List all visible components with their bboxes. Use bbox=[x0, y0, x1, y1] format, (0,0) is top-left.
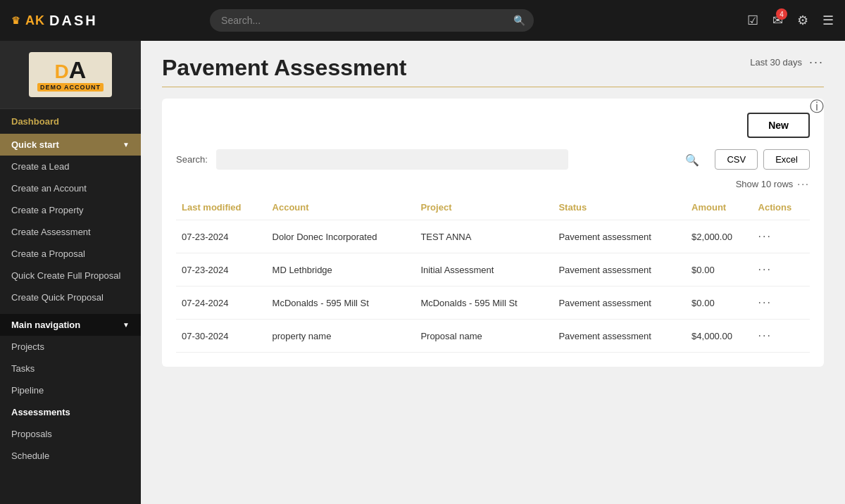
cell-account: MD Lethbridge bbox=[267, 253, 415, 286]
cell-status: Pavement assessment bbox=[553, 320, 686, 353]
sidebar-dashboard[interactable]: Dashboard bbox=[0, 109, 141, 134]
export-buttons: CSV Excel bbox=[715, 149, 810, 170]
account-logo-box: DA DEMO ACCOUNT bbox=[29, 52, 112, 97]
table-header: Last modifiedAccountProjectStatusAmountA… bbox=[176, 195, 810, 220]
topnav-actions: ☑ ✉ 4 ⚙ ☰ bbox=[747, 13, 834, 28]
account-label: DEMO ACCOUNT bbox=[37, 83, 104, 92]
crown-icon: ♛ bbox=[11, 15, 21, 26]
sidebar-nav-projects[interactable]: Projects bbox=[0, 336, 141, 358]
cell-account: McDonalds - 595 Mill St bbox=[267, 286, 415, 320]
page-header: Pavement Assessment Last 30 days ··· bbox=[162, 55, 824, 81]
chevron-down-icon-2: ▼ bbox=[123, 321, 130, 329]
cell-status: Pavement assessment bbox=[553, 286, 686, 320]
show-rows-label: Show 10 rows bbox=[736, 179, 794, 189]
col-project: Project bbox=[415, 195, 553, 220]
col-status: Status bbox=[553, 195, 686, 220]
last-days-label: Last 30 days bbox=[750, 57, 802, 68]
logo: ♛ AK DASH bbox=[11, 13, 98, 29]
table-search-input[interactable] bbox=[216, 149, 568, 170]
settings-icon[interactable]: ⚙ bbox=[797, 13, 808, 28]
cell-last-modified: 07-23-2024 bbox=[176, 253, 267, 286]
quick-start-items: Create a LeadCreate an AccountCreate a P… bbox=[0, 156, 141, 308]
col-amount: Amount bbox=[686, 195, 752, 220]
sidebar-item-quick-create-full-proposal[interactable]: Quick Create Full Proposal bbox=[0, 265, 141, 286]
table-search-wrap[interactable]: 🔍 bbox=[216, 149, 707, 170]
page-title: Pavement Assessment bbox=[162, 55, 406, 81]
col-account: Account bbox=[267, 195, 415, 220]
assessment-table: Last modifiedAccountProjectStatusAmountA… bbox=[176, 195, 810, 353]
sidebar-item-create-a-proposal[interactable]: Create a Proposal bbox=[0, 243, 141, 265]
sidebar-nav-tasks[interactable]: Tasks bbox=[0, 358, 141, 379]
show-rows: Show 10 rows ··· bbox=[176, 178, 810, 189]
cell-actions[interactable]: ··· bbox=[753, 286, 810, 320]
account-logo: DA DEMO ACCOUNT bbox=[0, 41, 141, 109]
cell-amount: $0.00 bbox=[686, 253, 752, 286]
table-body: 07-23-2024Dolor Donec IncorporatedTEST A… bbox=[176, 220, 810, 353]
topnav: ♛ AK DASH 🔍 ☑ ✉ 4 ⚙ ☰ bbox=[0, 0, 845, 41]
cell-status: Pavement assessment bbox=[553, 253, 686, 286]
table-toolbar: Search: 🔍 CSV Excel bbox=[176, 149, 810, 170]
excel-button[interactable]: Excel bbox=[763, 149, 810, 170]
info-icon[interactable]: ⓘ bbox=[810, 97, 824, 116]
table-row: 07-23-2024MD LethbridgeInitial Assessmen… bbox=[176, 253, 810, 286]
cell-account: Dolor Donec Incorporated bbox=[267, 220, 415, 253]
sidebar-nav-assessments[interactable]: Assessments bbox=[0, 401, 141, 423]
main-nav-label: Main navigation bbox=[11, 320, 80, 330]
cell-last-modified: 07-30-2024 bbox=[176, 320, 267, 353]
main-nav-section[interactable]: Main navigation ▼ bbox=[0, 314, 141, 336]
sidebar-item-create-a-lead[interactable]: Create a Lead bbox=[0, 156, 141, 177]
sidebar-item-create-quick-proposal[interactable]: Create Quick Proposal bbox=[0, 286, 141, 308]
sidebar-item-create-assessment[interactable]: Create Assessment bbox=[0, 221, 141, 243]
cell-project: McDonalds - 595 Mill St bbox=[415, 286, 553, 320]
table-row: 07-30-2024property nameProposal namePave… bbox=[176, 320, 810, 353]
menu-icon[interactable]: ☰ bbox=[822, 13, 834, 28]
cell-project: TEST ANNA bbox=[415, 220, 553, 253]
show-rows-more-button[interactable]: ··· bbox=[797, 178, 810, 189]
main-nav-items: ProjectsTasksPipelineAssessmentsProposal… bbox=[0, 336, 141, 467]
new-button[interactable]: New bbox=[747, 113, 810, 138]
sidebar-nav-schedule[interactable]: Schedule bbox=[0, 445, 141, 467]
checkmark-icon[interactable]: ☑ bbox=[747, 13, 758, 28]
cell-last-modified: 07-24-2024 bbox=[176, 286, 267, 320]
table-row: 07-23-2024Dolor Donec IncorporatedTEST A… bbox=[176, 220, 810, 253]
quick-start-section[interactable]: Quick start ▼ bbox=[0, 134, 141, 156]
sidebar-item-create-an-account[interactable]: Create an Account bbox=[0, 177, 141, 199]
logo-dash: DASH bbox=[49, 13, 98, 29]
table-search-icon: 🔍 bbox=[685, 153, 699, 166]
sidebar: DA DEMO ACCOUNT Dashboard Quick start ▼ … bbox=[0, 41, 141, 504]
logo-letters: DA bbox=[37, 58, 104, 82]
cell-actions[interactable]: ··· bbox=[753, 253, 810, 286]
chevron-down-icon: ▼ bbox=[123, 141, 130, 149]
quick-start-label: Quick start bbox=[11, 139, 59, 150]
content-area: ⓘ Pavement Assessment Last 30 days ··· N… bbox=[141, 41, 845, 504]
header-more-button[interactable]: ··· bbox=[809, 55, 824, 70]
col-actions: Actions bbox=[753, 195, 810, 220]
cell-last-modified: 07-23-2024 bbox=[176, 220, 267, 253]
content-card: New Search: 🔍 CSV Excel Show 10 rows ··· bbox=[162, 99, 824, 367]
search-icon: 🔍 bbox=[513, 15, 525, 26]
cell-account: property name bbox=[267, 320, 415, 353]
mail-badge: 4 bbox=[776, 8, 787, 20]
cell-amount: $2,000.00 bbox=[686, 220, 752, 253]
logo-ak: AK bbox=[25, 13, 45, 28]
search-input[interactable] bbox=[210, 9, 534, 32]
csv-button[interactable]: CSV bbox=[715, 149, 758, 170]
logo-d: D bbox=[55, 61, 69, 82]
header-right: Last 30 days ··· bbox=[750, 55, 824, 70]
global-search[interactable]: 🔍 bbox=[210, 9, 534, 32]
search-label: Search: bbox=[176, 154, 208, 165]
cell-actions[interactable]: ··· bbox=[753, 220, 810, 253]
card-toolbar: New bbox=[176, 113, 810, 138]
cell-project: Proposal name bbox=[415, 320, 553, 353]
col-last-modified: Last modified bbox=[176, 195, 267, 220]
mail-icon[interactable]: ✉ 4 bbox=[772, 13, 783, 28]
sidebar-item-create-a-property[interactable]: Create a Property bbox=[0, 199, 141, 221]
sidebar-nav-pipeline[interactable]: Pipeline bbox=[0, 379, 141, 401]
cell-actions[interactable]: ··· bbox=[753, 320, 810, 353]
logo-a: A bbox=[69, 56, 87, 83]
cell-project: Initial Assessment bbox=[415, 253, 553, 286]
sidebar-nav-proposals[interactable]: Proposals bbox=[0, 423, 141, 445]
table-row: 07-24-2024McDonalds - 595 Mill StMcDonal… bbox=[176, 286, 810, 320]
cell-amount: $0.00 bbox=[686, 286, 752, 320]
divider bbox=[162, 87, 824, 87]
